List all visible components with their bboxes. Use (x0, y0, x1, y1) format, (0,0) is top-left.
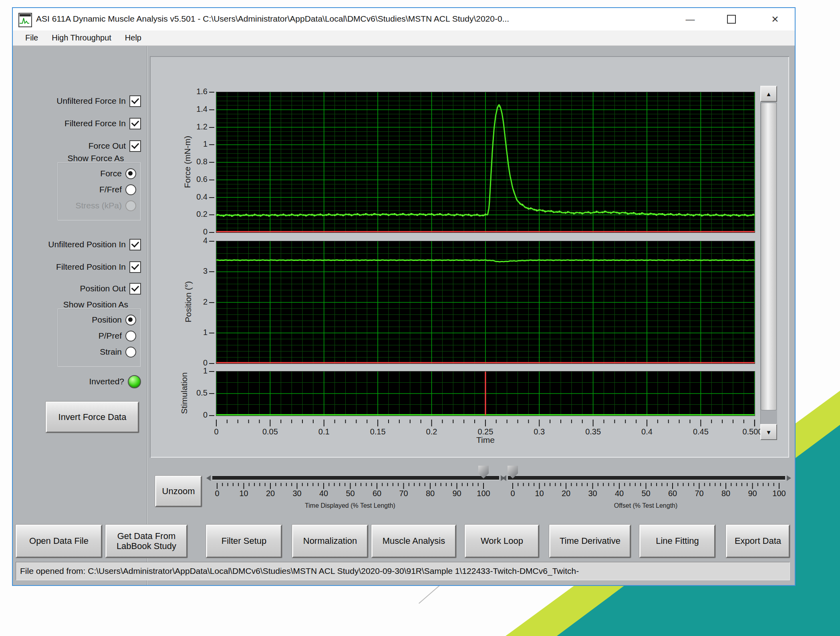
scrollbar-up-button[interactable]: ▲ (760, 86, 777, 102)
y-tick-label-position: 1 (155, 328, 207, 337)
x-tick-label: 0.3 (534, 427, 545, 436)
inverted-row: Inverted? (21, 376, 141, 388)
radio-stress-kpa[interactable] (125, 200, 136, 211)
get-data-from-labbook-study-button[interactable]: Get Data From LabBook Study (105, 525, 187, 558)
time-axis-label: Time (476, 435, 495, 445)
checkbox-unfiltered-force-in[interactable] (129, 95, 141, 107)
checkbox-filtered-position-in[interactable] (129, 261, 141, 273)
close-button[interactable]: ✕ (763, 8, 788, 30)
checkbox-label: Filtered Force In (64, 119, 126, 128)
radio-label: Stress (kPa) (75, 201, 122, 210)
button-label: Line Fitting (656, 536, 699, 546)
radio-row-position: Position (92, 314, 136, 326)
checkbox-force-out[interactable] (129, 140, 141, 152)
y-tick-label-force: 0 (155, 227, 207, 236)
work-loop-button[interactable]: Work Loop (465, 525, 539, 558)
slider-scale-label: 40 (615, 489, 624, 498)
slider-scale-label: 20 (562, 489, 570, 498)
y-tick-label-stimulation: 0 (155, 410, 207, 420)
show-position-as-group: Position P/Pref Strain (58, 309, 141, 367)
line-fitting-button[interactable]: Line Fitting (639, 525, 715, 558)
minimize-icon: — (686, 14, 695, 25)
time-derivative-button[interactable]: Time Derivative (549, 525, 631, 558)
slider-right-arrow-icon[interactable] (787, 475, 791, 481)
checkbox-label: Filtered Position In (56, 262, 126, 272)
status-bar: File opened from: C:\Users\Administrator… (16, 562, 790, 580)
slider-scale-label: 100 (477, 489, 490, 498)
menu-high-throughput[interactable]: High Throughput (45, 32, 118, 44)
button-label: Work Loop (481, 536, 523, 546)
y-tick-label-stimulation: 0.5 (155, 388, 207, 398)
checkbox-row-filtered-force-in: Filtered Force In (21, 117, 141, 129)
y-tick-mark-stimulation (209, 415, 214, 416)
export-data-button[interactable]: Export Data (726, 525, 790, 558)
filter-setup-button[interactable]: Filter Setup (206, 525, 282, 558)
radio-label: Force (100, 169, 122, 178)
slider-scale-label: 30 (292, 489, 301, 498)
muscle-analysis-button[interactable]: Muscle Analysis (371, 525, 456, 558)
normalization-button[interactable]: Normalization (292, 525, 368, 558)
radio-p-pref[interactable] (125, 331, 136, 341)
checkbox-label: Unfiltered Force In (56, 96, 126, 106)
inverted-label: Inverted? (89, 377, 124, 386)
chart-scrollbar[interactable]: ▲ ▼ (760, 86, 777, 440)
menu-help[interactable]: Help (118, 32, 148, 44)
radio-label: Strain (100, 347, 122, 357)
x-tick-label: 0.1 (318, 427, 330, 436)
y-tick-mark-stimulation (209, 393, 214, 394)
y-tick-mark-force (209, 180, 214, 180)
menu-file[interactable]: File (18, 32, 45, 44)
radio-force[interactable] (125, 168, 136, 179)
maximize-icon (727, 15, 736, 24)
slider-left-arrow-icon[interactable] (206, 475, 211, 481)
slider-scale-label: 70 (695, 489, 703, 498)
y-tick-label-stimulation: 1 (155, 366, 207, 376)
desktop: ASI 611A Dynamic Muscle Analysis v5.501 … (0, 0, 840, 636)
y-tick-label-force: 0.4 (155, 192, 207, 202)
window-title: ASI 611A Dynamic Muscle Analysis v5.501 … (36, 14, 509, 24)
show-force-as-heading: Show Force As (46, 153, 146, 163)
slider-scale-label: 40 (319, 489, 328, 498)
checkbox-unfiltered-position-in[interactable] (129, 239, 141, 250)
checkbox-position-out[interactable] (129, 283, 141, 295)
slider-left-arrow-icon[interactable] (502, 475, 506, 481)
inverted-led-indicator (128, 375, 141, 388)
plot-canvas-force (216, 92, 755, 232)
y-tick-label-force: 1.6 (155, 87, 207, 96)
y-tick-mark-force (209, 162, 214, 163)
slider-scale-label: 90 (452, 489, 461, 498)
slider-scale-label: 0 (510, 489, 515, 498)
radio-row-strain: Strain (100, 346, 136, 358)
unzoom-button[interactable]: Unzoom (155, 476, 202, 507)
arrow-up-icon: ▲ (766, 91, 772, 97)
slider-track-time-displayed[interactable] (212, 476, 499, 480)
y-tick-mark-position (209, 241, 214, 242)
checkbox-filtered-force-in[interactable] (129, 118, 141, 129)
force-plot (216, 92, 755, 233)
slider-caption-time-displayed: Time Displayed (% Test Length) (305, 502, 395, 509)
x-tick-label: 0.25 (477, 427, 493, 436)
y-tick-mark-force (209, 214, 214, 215)
scrollbar-thumb[interactable] (761, 103, 777, 410)
button-label: Muscle Analysis (383, 536, 445, 546)
minimize-button[interactable]: — (678, 8, 703, 30)
y-tick-label-force: 1.2 (155, 122, 207, 131)
close-icon: ✕ (771, 14, 779, 25)
open-data-file-button[interactable]: Open Data File (16, 525, 102, 558)
radio-strain[interactable] (125, 347, 136, 357)
scrollbar-down-button[interactable]: ▼ (760, 424, 777, 440)
radio-position[interactable] (125, 315, 136, 325)
slider-scale-label: 10 (239, 489, 248, 498)
app-icon (18, 13, 32, 27)
slider-scale-label: 80 (721, 489, 730, 498)
invert-force-data-button[interactable]: Invert Force Data (46, 402, 139, 433)
radio-label: P/Pref (99, 331, 122, 341)
checkbox-row-unfiltered-force-in: Unfiltered Force In (21, 95, 141, 107)
y-tick-mark-force (209, 197, 214, 198)
y-tick-label-position: 4 (155, 236, 207, 245)
slider-track-offset[interactable] (508, 476, 785, 480)
radio-f-fref[interactable] (125, 184, 136, 195)
radio-row-f-fref: F/Fref (99, 184, 136, 196)
maximize-button[interactable] (719, 8, 744, 30)
stimulation-plot (216, 371, 755, 416)
